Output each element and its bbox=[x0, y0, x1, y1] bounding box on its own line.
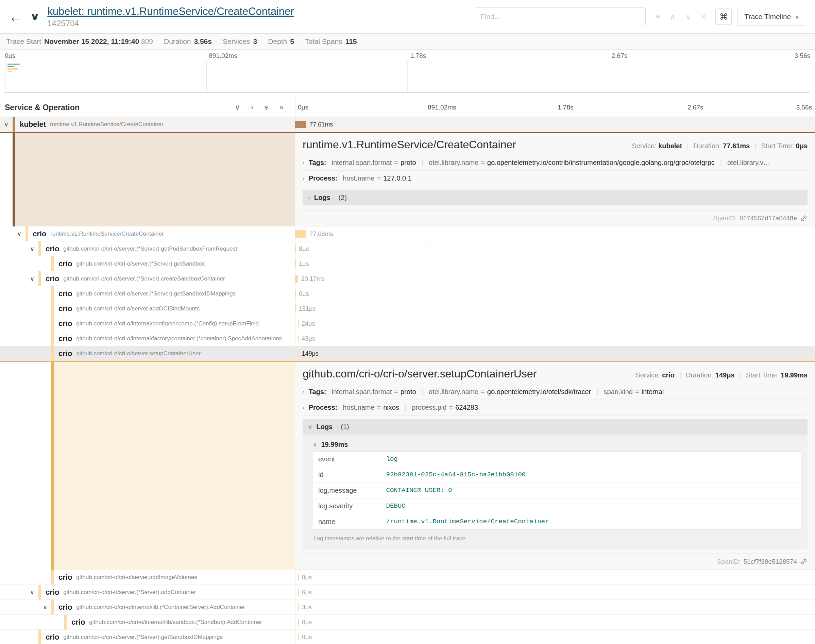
tags-accordion[interactable]: › Tags: internal.span.format=proto | ote… bbox=[303, 155, 807, 171]
span-name-cell[interactable]: crio github.com/cri-o/cri-o/server.setup… bbox=[0, 346, 295, 361]
span-name-cell[interactable]: crio github.com/cri-o/cri-o/internal/fac… bbox=[0, 331, 295, 346]
find-next-icon[interactable]: ∨ bbox=[685, 12, 691, 22]
span-link-icon[interactable] bbox=[800, 558, 807, 566]
minimap-tick: 0μs bbox=[5, 52, 15, 60]
span-row[interactable]: ∨ crio github.com/cri-o/cri-o/server.(*S… bbox=[0, 241, 815, 256]
keyboard-shortcuts-button[interactable]: ⌘ bbox=[715, 9, 732, 25]
span-duration-label: 8μs bbox=[296, 245, 309, 252]
span-name-cell[interactable]: ∨ kubelet runtime.v1.RuntimeService/Crea… bbox=[0, 117, 295, 132]
span-timeline-cell[interactable]: 149μs bbox=[295, 346, 815, 361]
span-timeline-cell[interactable]: 0μs bbox=[295, 615, 815, 629]
chevron-down-icon: ∨ bbox=[795, 14, 799, 20]
span-timeline-cell[interactable]: 0μs bbox=[295, 630, 815, 644]
minimap-span-stroke bbox=[8, 64, 20, 65]
span-timeline-cell[interactable]: 6μs bbox=[295, 585, 815, 600]
span-operation-name: github.com/cri-o/cri-o/server.addOCIBind… bbox=[76, 305, 199, 312]
span-timeline-cell[interactable]: 77.61ms bbox=[295, 117, 815, 132]
minimap-canvas[interactable] bbox=[5, 61, 810, 92]
find-input[interactable] bbox=[474, 8, 646, 26]
span-timeline-cell[interactable]: 0μs bbox=[295, 286, 815, 301]
span-operation-name: github.com/cri-o/cri-o/server.(*Server).… bbox=[63, 589, 196, 596]
span-name-cell[interactable]: crio github.com/cri-o/cri-o/server.(*Ser… bbox=[0, 286, 295, 301]
span-row[interactable]: ∨ crio github.com/cri-o/cri-o/server.(*S… bbox=[0, 585, 815, 600]
span-row[interactable]: ∨ crio runtime.v1.RuntimeService/CreateC… bbox=[0, 227, 815, 241]
spanid-footer: SpanID: 0174567d17a0448e bbox=[303, 210, 807, 222]
span-duration-label: 1μs bbox=[296, 260, 309, 267]
span-row[interactable]: crio github.com/cri-o/cri-o/server.addIm… bbox=[0, 570, 815, 585]
span-row[interactable]: crio github.com/cri-o/cri-o/internal/lib… bbox=[0, 615, 815, 630]
find-clear-icon[interactable]: × bbox=[701, 12, 706, 22]
logs-accordion[interactable]: › Logs (2) bbox=[303, 190, 807, 205]
span-row[interactable]: crio github.com/cri-o/cri-o/server.setup… bbox=[0, 346, 815, 361]
expand-chevron-icon[interactable]: ∨ bbox=[39, 604, 51, 611]
span-name-cell[interactable]: crio github.com/cri-o/cri-o/server.(*Ser… bbox=[0, 630, 295, 644]
trace-depth: Depth5 bbox=[268, 37, 294, 46]
span-timeline-cell[interactable]: 0μs bbox=[295, 570, 815, 584]
expand-chevron-icon[interactable]: ∨ bbox=[26, 275, 38, 282]
span-name-cell[interactable]: crio github.com/cri-o/cri-o/server.(*Ser… bbox=[0, 256, 295, 271]
collapse-all-icon[interactable]: ⩔ bbox=[264, 103, 268, 112]
span-duration-bar[interactable] bbox=[295, 230, 306, 238]
span-service-name: crio bbox=[58, 603, 72, 612]
chevron-right-icon: › bbox=[303, 404, 305, 411]
span-row[interactable]: crio github.com/cri-o/cri-o/internal/fac… bbox=[0, 331, 815, 346]
span-row[interactable]: crio github.com/cri-o/cri-o/server.(*Ser… bbox=[0, 630, 815, 644]
expand-chevron-icon[interactable]: ∨ bbox=[26, 245, 38, 253]
collapse-one-icon[interactable]: ∨ bbox=[234, 103, 240, 112]
span-operation-name: runtime.v1.RuntimeService/CreateContaine… bbox=[50, 230, 164, 237]
span-name-cell[interactable]: ∨ crio github.com/cri-o/cri-o/server.(*S… bbox=[0, 241, 295, 256]
span-timeline-cell[interactable]: 151μs bbox=[295, 301, 815, 316]
span-timeline-cell[interactable]: 8μs bbox=[295, 241, 815, 256]
span-row[interactable]: ∨ kubelet runtime.v1.RuntimeService/Crea… bbox=[0, 117, 815, 132]
span-timeline-cell[interactable]: 77.08ms bbox=[295, 227, 815, 241]
expand-chevron-icon[interactable]: ∨ bbox=[26, 589, 38, 596]
span-duration-label: 77.08ms bbox=[306, 230, 333, 237]
trace-title-link[interactable]: kubelet: runtime.v1.RuntimeService/Creat… bbox=[47, 5, 294, 18]
span-timeline-cell[interactable]: 3μs bbox=[295, 600, 815, 615]
trace-timeline-dropdown[interactable]: Trace Timeline ∨ bbox=[737, 8, 806, 26]
span-name-cell[interactable]: ∨ crio github.com/cri-o/cri-o/internal/l… bbox=[0, 600, 295, 615]
trace-header-collapse-icon[interactable]: ∨ bbox=[30, 12, 40, 22]
span-name-cell[interactable]: ∨ crio github.com/cri-o/cri-o/server.(*S… bbox=[0, 271, 295, 286]
expand-chevron-icon[interactable]: ∨ bbox=[0, 121, 12, 128]
logs-accordion[interactable]: ∨ Logs (1) bbox=[303, 419, 807, 434]
span-link-icon[interactable] bbox=[800, 215, 807, 222]
expand-collapse-controls: ∨ › ⩔ » bbox=[234, 103, 295, 112]
span-row[interactable]: crio github.com/cri-o/cri-o/internal/con… bbox=[0, 316, 815, 331]
find-prev-icon[interactable]: ∧ bbox=[669, 12, 676, 22]
log-field-row: log.severityDEBUG bbox=[313, 498, 801, 514]
span-name-cell[interactable]: crio github.com/cri-o/cri-o/server.addIm… bbox=[0, 570, 295, 584]
span-timeline-cell[interactable]: 1μs bbox=[295, 256, 815, 271]
span-name-cell[interactable]: crio github.com/cri-o/cri-o/server.addOC… bbox=[0, 301, 295, 316]
span-row[interactable]: crio github.com/cri-o/cri-o/server.(*Ser… bbox=[0, 256, 815, 271]
process-accordion[interactable]: › Process: host.name=nixos | process.pid… bbox=[303, 400, 807, 416]
span-row[interactable]: crio github.com/cri-o/cri-o/server.(*Ser… bbox=[0, 286, 815, 301]
span-row[interactable]: ∨ crio github.com/cri-o/cri-o/internal/l… bbox=[0, 600, 815, 615]
expand-chevron-icon[interactable]: ∨ bbox=[13, 230, 26, 238]
expand-all-icon[interactable]: » bbox=[279, 103, 283, 112]
span-name-cell[interactable]: crio github.com/cri-o/cri-o/internal/con… bbox=[0, 316, 295, 331]
process-accordion[interactable]: › Process: host.name=127.0.0.1 bbox=[303, 171, 807, 186]
back-button[interactable]: ← bbox=[7, 9, 25, 25]
span-duration-bar[interactable] bbox=[295, 275, 298, 282]
log-field-row: name/runtime.v1.RuntimeService/CreateCon… bbox=[313, 514, 801, 530]
spanid-footer: SpanID: 51cf7f38e5128574 bbox=[303, 554, 807, 566]
tags-accordion[interactable]: › Tags: internal.span.format=proto | ote… bbox=[303, 384, 807, 400]
span-duration-label: 0μs bbox=[296, 290, 309, 297]
span-row[interactable]: ∨ crio github.com/cri-o/cri-o/server.(*S… bbox=[0, 271, 815, 286]
span-duration-label: 77.61ms bbox=[306, 121, 333, 128]
span-operation-name: github.com/cri-o/cri-o/server.(*Server).… bbox=[63, 634, 223, 641]
span-name-cell[interactable]: ∨ crio github.com/cri-o/cri-o/server.(*S… bbox=[0, 585, 295, 600]
span-duration-bar[interactable] bbox=[295, 121, 306, 128]
span-name-cell[interactable]: crio github.com/cri-o/cri-o/internal/lib… bbox=[0, 615, 295, 629]
span-timeline-cell[interactable]: 43μs bbox=[295, 331, 815, 346]
expand-one-icon[interactable]: › bbox=[251, 103, 253, 112]
span-timeline-cell[interactable]: 20.17ms bbox=[295, 271, 815, 286]
span-name-cell[interactable]: ∨ crio runtime.v1.RuntimeService/CreateC… bbox=[0, 227, 295, 241]
span-service-name: crio bbox=[58, 289, 72, 298]
span-row[interactable]: crio github.com/cri-o/cri-o/server.addOC… bbox=[0, 301, 815, 316]
span-timeline-cell[interactable]: 24μs bbox=[295, 316, 815, 331]
locate-icon[interactable]: ⌖ bbox=[655, 12, 660, 22]
span-color-bar bbox=[51, 346, 54, 361]
log-entry-toggle[interactable]: ∨ 19.99ms bbox=[313, 441, 801, 448]
